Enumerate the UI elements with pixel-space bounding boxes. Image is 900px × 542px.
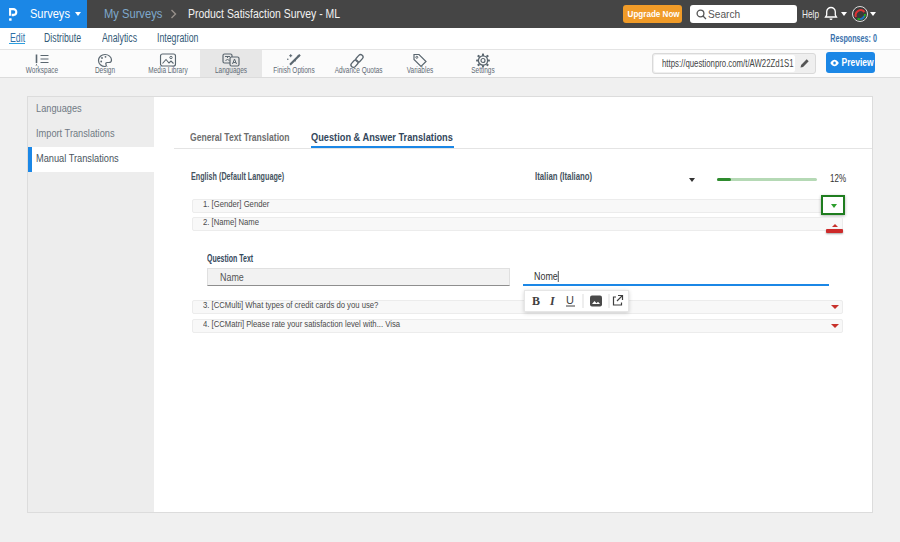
- svg-text:I: I: [549, 294, 556, 308]
- svg-text:U: U: [566, 294, 574, 306]
- svg-text:B: B: [532, 294, 540, 308]
